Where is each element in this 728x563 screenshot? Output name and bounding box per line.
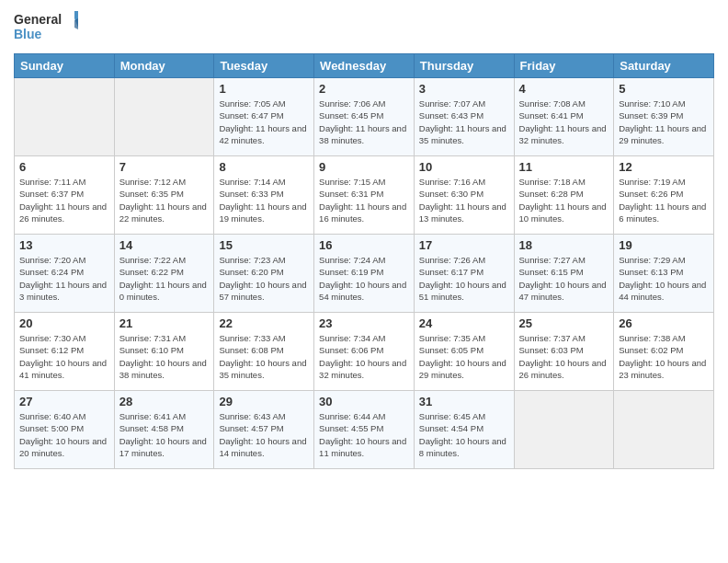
- day-number: 15: [219, 238, 309, 252]
- day-info: Sunrise: 7:37 AM Sunset: 6:03 PM Dayligh…: [519, 332, 609, 381]
- calendar-cell: 28Sunrise: 6:41 AM Sunset: 4:58 PM Dayli…: [114, 391, 214, 469]
- calendar-cell: [514, 391, 614, 469]
- day-info: Sunrise: 7:34 AM Sunset: 6:06 PM Dayligh…: [319, 332, 409, 381]
- calendar-cell: 27Sunrise: 6:40 AM Sunset: 5:00 PM Dayli…: [15, 391, 115, 469]
- day-number: 8: [219, 160, 309, 174]
- day-info: Sunrise: 7:30 AM Sunset: 6:12 PM Dayligh…: [19, 332, 109, 381]
- day-info: Sunrise: 7:24 AM Sunset: 6:19 PM Dayligh…: [319, 254, 409, 303]
- svg-text:General: General: [14, 12, 62, 27]
- day-info: Sunrise: 7:06 AM Sunset: 6:45 PM Dayligh…: [319, 98, 409, 146]
- calendar-cell: 4Sunrise: 7:08 AM Sunset: 6:41 PM Daylig…: [514, 78, 614, 156]
- col-header-saturday: Saturday: [614, 54, 714, 78]
- calendar-cell: 15Sunrise: 7:23 AM Sunset: 6:20 PM Dayli…: [214, 235, 314, 313]
- col-header-wednesday: Wednesday: [314, 54, 415, 78]
- col-header-sunday: Sunday: [15, 54, 115, 78]
- calendar-cell: 2Sunrise: 7:06 AM Sunset: 6:45 PM Daylig…: [314, 78, 415, 156]
- day-number: 1: [219, 82, 309, 96]
- week-row-1: 1Sunrise: 7:05 AM Sunset: 6:47 PM Daylig…: [15, 78, 714, 156]
- calendar-cell: 11Sunrise: 7:18 AM Sunset: 6:28 PM Dayli…: [514, 156, 614, 235]
- page: General Blue SundayMondayTuesdayWednesda…: [0, 0, 728, 483]
- day-info: Sunrise: 7:12 AM Sunset: 6:35 PM Dayligh…: [119, 176, 210, 224]
- calendar-cell: 24Sunrise: 7:35 AM Sunset: 6:05 PM Dayli…: [414, 313, 514, 391]
- day-info: Sunrise: 7:26 AM Sunset: 6:17 PM Dayligh…: [419, 254, 509, 303]
- day-number: 27: [19, 395, 109, 408]
- week-row-2: 6Sunrise: 7:11 AM Sunset: 6:37 PM Daylig…: [15, 156, 714, 235]
- day-info: Sunrise: 7:11 AM Sunset: 6:37 PM Dayligh…: [19, 176, 109, 224]
- day-number: 29: [219, 395, 309, 408]
- calendar-table: SundayMondayTuesdayWednesdayThursdayFrid…: [14, 53, 714, 469]
- day-number: 3: [419, 82, 509, 96]
- col-header-tuesday: Tuesday: [214, 54, 314, 78]
- day-info: Sunrise: 7:31 AM Sunset: 6:10 PM Dayligh…: [119, 332, 210, 381]
- header: General Blue: [14, 9, 714, 46]
- day-info: Sunrise: 7:20 AM Sunset: 6:24 PM Dayligh…: [19, 254, 109, 303]
- calendar-cell: 30Sunrise: 6:44 AM Sunset: 4:55 PM Dayli…: [314, 391, 415, 469]
- calendar-cell: 12Sunrise: 7:19 AM Sunset: 6:26 PM Dayli…: [614, 156, 714, 235]
- day-number: 9: [319, 160, 409, 174]
- day-number: 11: [519, 160, 609, 174]
- day-number: 13: [19, 238, 109, 252]
- day-info: Sunrise: 7:10 AM Sunset: 6:39 PM Dayligh…: [619, 98, 709, 146]
- calendar-cell: 23Sunrise: 7:34 AM Sunset: 6:06 PM Dayli…: [314, 313, 415, 391]
- calendar-cell: 22Sunrise: 7:33 AM Sunset: 6:08 PM Dayli…: [214, 313, 314, 391]
- calendar-cell: 29Sunrise: 6:43 AM Sunset: 4:57 PM Dayli…: [214, 391, 314, 469]
- day-info: Sunrise: 7:35 AM Sunset: 6:05 PM Dayligh…: [419, 332, 509, 381]
- logo: General Blue: [14, 9, 78, 46]
- day-info: Sunrise: 7:33 AM Sunset: 6:08 PM Dayligh…: [219, 332, 309, 381]
- week-row-4: 20Sunrise: 7:30 AM Sunset: 6:12 PM Dayli…: [15, 313, 714, 391]
- day-number: 6: [19, 160, 109, 174]
- day-number: 18: [519, 238, 609, 252]
- calendar-cell: 10Sunrise: 7:16 AM Sunset: 6:30 PM Dayli…: [414, 156, 514, 235]
- day-info: Sunrise: 7:14 AM Sunset: 6:33 PM Dayligh…: [219, 176, 309, 224]
- calendar-cell: 21Sunrise: 7:31 AM Sunset: 6:10 PM Dayli…: [114, 313, 214, 391]
- calendar-cell: 1Sunrise: 7:05 AM Sunset: 6:47 PM Daylig…: [214, 78, 314, 156]
- day-number: 5: [619, 82, 709, 96]
- day-info: Sunrise: 7:29 AM Sunset: 6:13 PM Dayligh…: [619, 254, 709, 303]
- day-number: 28: [119, 395, 210, 408]
- calendar-cell: 25Sunrise: 7:37 AM Sunset: 6:03 PM Dayli…: [514, 313, 614, 391]
- day-info: Sunrise: 7:38 AM Sunset: 6:02 PM Dayligh…: [619, 332, 709, 381]
- day-number: 2: [319, 82, 409, 96]
- calendar-cell: 6Sunrise: 7:11 AM Sunset: 6:37 PM Daylig…: [15, 156, 115, 235]
- calendar-cell: [114, 78, 214, 156]
- day-info: Sunrise: 7:05 AM Sunset: 6:47 PM Dayligh…: [219, 98, 309, 146]
- day-number: 25: [519, 316, 609, 330]
- calendar-cell: 17Sunrise: 7:26 AM Sunset: 6:17 PM Dayli…: [414, 235, 514, 313]
- day-info: Sunrise: 7:27 AM Sunset: 6:15 PM Dayligh…: [519, 254, 609, 303]
- day-number: 19: [619, 238, 709, 252]
- day-number: 10: [419, 160, 509, 174]
- day-number: 26: [619, 316, 709, 330]
- day-info: Sunrise: 7:19 AM Sunset: 6:26 PM Dayligh…: [619, 176, 709, 224]
- day-number: 24: [419, 316, 509, 330]
- calendar-cell: 7Sunrise: 7:12 AM Sunset: 6:35 PM Daylig…: [114, 156, 214, 235]
- day-number: 23: [319, 316, 409, 330]
- svg-marker-3: [74, 18, 78, 29]
- col-header-monday: Monday: [114, 54, 214, 78]
- day-number: 20: [19, 316, 109, 330]
- calendar-cell: 16Sunrise: 7:24 AM Sunset: 6:19 PM Dayli…: [314, 235, 415, 313]
- header-row: SundayMondayTuesdayWednesdayThursdayFrid…: [15, 54, 714, 78]
- calendar-cell: 5Sunrise: 7:10 AM Sunset: 6:39 PM Daylig…: [614, 78, 714, 156]
- calendar-cell: 3Sunrise: 7:07 AM Sunset: 6:43 PM Daylig…: [414, 78, 514, 156]
- day-info: Sunrise: 6:43 AM Sunset: 4:57 PM Dayligh…: [219, 410, 309, 459]
- day-info: Sunrise: 6:44 AM Sunset: 4:55 PM Dayligh…: [319, 410, 409, 459]
- calendar-cell: [614, 391, 714, 469]
- calendar-cell: 9Sunrise: 7:15 AM Sunset: 6:31 PM Daylig…: [314, 156, 415, 235]
- svg-text:Blue: Blue: [14, 27, 42, 41]
- day-info: Sunrise: 7:23 AM Sunset: 6:20 PM Dayligh…: [219, 254, 309, 303]
- logo-svg: General Blue: [14, 9, 78, 46]
- calendar-cell: 18Sunrise: 7:27 AM Sunset: 6:15 PM Dayli…: [514, 235, 614, 313]
- col-header-thursday: Thursday: [414, 54, 514, 78]
- week-row-3: 13Sunrise: 7:20 AM Sunset: 6:24 PM Dayli…: [15, 235, 714, 313]
- week-row-5: 27Sunrise: 6:40 AM Sunset: 5:00 PM Dayli…: [15, 391, 714, 469]
- day-number: 16: [319, 238, 409, 252]
- calendar-cell: 8Sunrise: 7:14 AM Sunset: 6:33 PM Daylig…: [214, 156, 314, 235]
- day-info: Sunrise: 6:45 AM Sunset: 4:54 PM Dayligh…: [419, 410, 509, 459]
- calendar-cell: 31Sunrise: 6:45 AM Sunset: 4:54 PM Dayli…: [414, 391, 514, 469]
- calendar-cell: 20Sunrise: 7:30 AM Sunset: 6:12 PM Dayli…: [15, 313, 115, 391]
- day-number: 17: [419, 238, 509, 252]
- day-info: Sunrise: 7:15 AM Sunset: 6:31 PM Dayligh…: [319, 176, 409, 224]
- day-number: 31: [419, 395, 509, 408]
- calendar-cell: 19Sunrise: 7:29 AM Sunset: 6:13 PM Dayli…: [614, 235, 714, 313]
- day-number: 21: [119, 316, 210, 330]
